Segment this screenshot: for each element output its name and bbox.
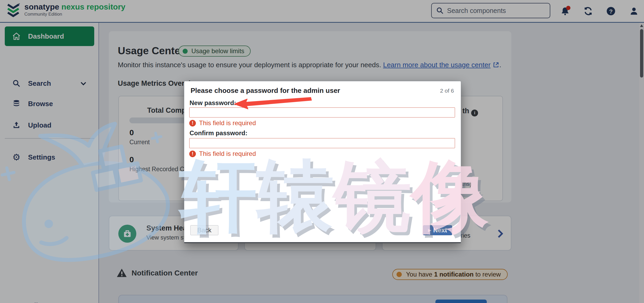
error-text: This field is required: [199, 150, 256, 157]
error-exclamation-icon: !: [189, 151, 196, 157]
admin-password-modal: Please choose a password for the admin u…: [184, 81, 461, 243]
next-button[interactable]: ▶ Next: [423, 225, 452, 235]
new-password-label: New password:: [190, 99, 236, 107]
confirm-password-input[interactable]: [189, 138, 455, 148]
modal-title: Please choose a password for the admin u…: [191, 87, 340, 95]
back-button[interactable]: Back: [190, 225, 218, 235]
error-text: This field is required: [199, 119, 256, 127]
wizard-step-indicator: 2 of 6: [440, 88, 454, 94]
new-password-error: ! This field is required: [189, 119, 256, 127]
error-exclamation-icon: !: [189, 120, 196, 126]
new-password-input[interactable]: [189, 107, 455, 117]
next-arrow-icon: ▶: [428, 228, 431, 233]
next-label: Next: [433, 227, 447, 234]
confirm-password-error: ! This field is required: [189, 150, 256, 157]
confirm-password-label: Confirm password:: [190, 129, 247, 137]
app-screen: r sonatype nexus repository Community Ed…: [0, 0, 644, 303]
